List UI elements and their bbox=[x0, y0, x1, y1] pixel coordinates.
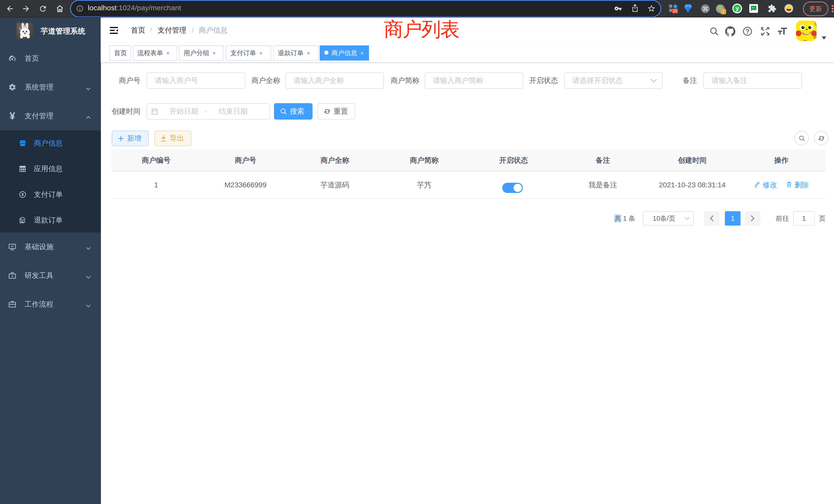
svg-text:10: 10 bbox=[673, 9, 677, 13]
